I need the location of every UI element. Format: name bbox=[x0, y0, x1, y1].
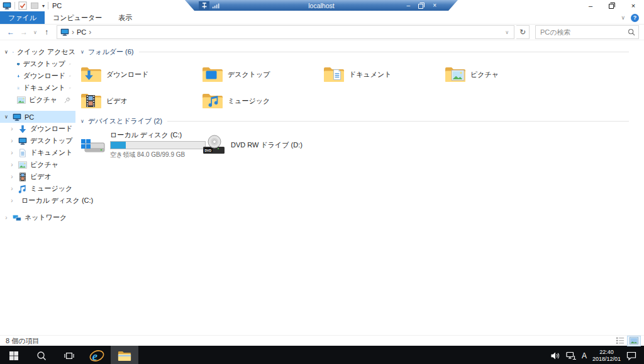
sidebar-item-pc-downloads[interactable]: › ダウンロード bbox=[0, 123, 75, 135]
search-icon[interactable] bbox=[628, 28, 635, 36]
refresh-icon[interactable]: ↻ bbox=[516, 25, 530, 39]
sidebar-item-pictures-pinned[interactable]: ピクチャ bbox=[0, 94, 75, 106]
folder-tile-documents[interactable]: ドキュメント bbox=[323, 61, 445, 88]
group-title: フォルダー (6) bbox=[88, 47, 134, 57]
sidebar-item-quick-access[interactable]: ∨ クイック アクセス bbox=[0, 46, 75, 58]
help-icon[interactable]: ? bbox=[631, 14, 639, 22]
folder-tile-music[interactable]: ミュージック bbox=[202, 88, 323, 114]
chevron-right-icon[interactable]: › bbox=[9, 198, 15, 204]
task-view-button[interactable] bbox=[55, 346, 83, 364]
folders-group-header[interactable]: ∨ フォルダー (6) bbox=[80, 47, 644, 57]
chevron-right-icon[interactable]: › bbox=[9, 162, 15, 168]
sidebar-item-label: ダウンロード bbox=[30, 124, 72, 134]
drive-tile-dvd[interactable]: DVD DVD RW ドライブ (D:) bbox=[201, 130, 322, 159]
sidebar-item-desktop-pinned[interactable]: デスクトップ bbox=[0, 58, 75, 70]
downloads-icon bbox=[17, 72, 20, 81]
search-icon bbox=[36, 351, 47, 361]
address-dropdown-icon[interactable]: ∨ bbox=[503, 30, 511, 35]
internet-explorer-icon bbox=[89, 348, 104, 363]
qat-properties-icon[interactable] bbox=[18, 1, 27, 10]
network-icon bbox=[13, 213, 21, 222]
folder-tile-pictures[interactable]: ピクチャ bbox=[445, 61, 566, 88]
ribbon-expand-icon[interactable]: ∨ bbox=[621, 14, 625, 21]
breadcrumb-chevron[interactable]: › bbox=[89, 28, 91, 36]
sidebar-item-label: ミュージック bbox=[30, 184, 72, 193]
pc-icon bbox=[13, 113, 21, 122]
forward-button[interactable]: → bbox=[18, 28, 30, 37]
network-tray-icon[interactable] bbox=[566, 351, 576, 361]
taskbar-search-button[interactable] bbox=[28, 346, 55, 364]
qat-dropdown-icon[interactable]: ▾ bbox=[42, 3, 45, 9]
svg-text:DVD: DVD bbox=[205, 149, 212, 152]
drive-tile-local-disk[interactable]: ローカル ディスク (C:) 空き領域 84.0 GB/99.9 GB bbox=[80, 130, 201, 159]
chevron-down-icon[interactable]: ∨ bbox=[80, 118, 88, 124]
taskbar-clock[interactable]: 22:40 2018/12/01 bbox=[592, 349, 621, 363]
breadcrumb[interactable]: › PC › ∨ bbox=[57, 25, 514, 39]
volume-icon[interactable] bbox=[550, 351, 560, 361]
folder-tile-videos[interactable]: ビデオ bbox=[80, 88, 202, 114]
close-button[interactable]: × bbox=[623, 0, 644, 11]
pc-icon bbox=[60, 28, 69, 37]
chevron-right-icon[interactable]: › bbox=[3, 215, 9, 221]
back-button[interactable]: ← bbox=[5, 28, 16, 37]
pin-icon bbox=[69, 60, 71, 68]
ime-mode-indicator[interactable]: A bbox=[582, 351, 587, 360]
drives-group-header[interactable]: ∨ デバイスとドライブ (2) bbox=[80, 117, 644, 126]
music-icon bbox=[18, 185, 27, 193]
sidebar-item-pc-desktop[interactable]: › デスクトップ bbox=[0, 135, 75, 147]
tab-computer[interactable]: コンピューター bbox=[45, 11, 110, 24]
hard-drive-icon bbox=[80, 135, 106, 155]
action-center-icon[interactable] bbox=[626, 351, 636, 361]
tab-file[interactable]: ファイル bbox=[0, 11, 45, 24]
rdp-close-button[interactable]: × bbox=[433, 3, 436, 9]
restore-button[interactable] bbox=[601, 0, 623, 11]
large-icons-view-button[interactable] bbox=[628, 336, 640, 346]
chevron-right-icon[interactable]: › bbox=[9, 186, 15, 192]
sidebar-item-pc-local-disk[interactable]: › ローカル ディスク (C:) bbox=[0, 195, 75, 207]
sidebar-item-pc-documents[interactable]: › ドキュメント bbox=[0, 147, 75, 159]
details-view-button[interactable] bbox=[614, 336, 626, 346]
sidebar-item-pc[interactable]: ∨ PC bbox=[0, 111, 75, 123]
sidebar-item-downloads-pinned[interactable]: ダウンロード bbox=[0, 70, 75, 82]
breadcrumb-chevron[interactable]: › bbox=[72, 28, 74, 36]
sidebar-item-documents-pinned[interactable]: ドキュメント bbox=[0, 82, 75, 94]
windows-logo-icon bbox=[9, 351, 19, 361]
chevron-down-icon[interactable]: ∨ bbox=[3, 114, 9, 120]
large-icons-view-icon bbox=[630, 336, 638, 345]
folder-tile-downloads[interactable]: ダウンロード bbox=[80, 61, 202, 88]
sidebar-item-label: クイック アクセス bbox=[17, 47, 75, 57]
recent-locations-icon[interactable]: ∨ bbox=[31, 30, 39, 35]
folder-tile-desktop[interactable]: デスクトップ bbox=[202, 61, 323, 88]
sidebar-item-pc-videos[interactable]: › ビデオ bbox=[0, 171, 75, 183]
internet-explorer-button[interactable] bbox=[83, 346, 111, 364]
pictures-icon bbox=[18, 161, 27, 169]
sidebar-item-label: ピクチャ bbox=[30, 160, 58, 169]
up-button[interactable]: ↑ bbox=[41, 28, 52, 37]
chevron-down-icon[interactable]: ∨ bbox=[3, 49, 9, 55]
search-input[interactable] bbox=[539, 28, 628, 37]
system-tray: A 22:40 2018/12/01 bbox=[550, 349, 644, 363]
file-explorer-button[interactable] bbox=[111, 346, 138, 364]
chevron-down-icon[interactable]: ∨ bbox=[80, 49, 88, 55]
chevron-right-icon[interactable]: › bbox=[9, 138, 15, 144]
sidebar-item-pc-pictures[interactable]: › ピクチャ bbox=[0, 159, 75, 171]
sidebar-item-label: デスクトップ bbox=[30, 136, 73, 145]
breadcrumb-location[interactable]: PC bbox=[77, 28, 86, 36]
chevron-right-icon[interactable]: › bbox=[9, 150, 15, 156]
minimize-button[interactable]: – bbox=[580, 0, 601, 11]
sidebar-item-pc-music[interactable]: › ミュージック bbox=[0, 183, 75, 195]
clock-date: 2018/12/01 bbox=[592, 356, 621, 363]
pin-icon bbox=[64, 96, 71, 104]
qat-new-folder-icon[interactable] bbox=[30, 1, 39, 10]
pictures-icon bbox=[17, 96, 26, 105]
sidebar-item-network[interactable]: › ネットワーク bbox=[0, 212, 75, 224]
tab-view[interactable]: 表示 bbox=[110, 11, 140, 24]
chevron-right-icon[interactable]: › bbox=[9, 174, 15, 180]
window-controls: – × bbox=[580, 0, 644, 11]
rdp-minimize-button[interactable]: – bbox=[407, 3, 411, 9]
chevron-right-icon[interactable]: › bbox=[9, 126, 15, 132]
file-explorer-icon bbox=[118, 349, 131, 363]
start-button[interactable] bbox=[0, 346, 28, 364]
capacity-bar bbox=[110, 141, 206, 149]
rdp-restore-button[interactable] bbox=[418, 2, 425, 9]
